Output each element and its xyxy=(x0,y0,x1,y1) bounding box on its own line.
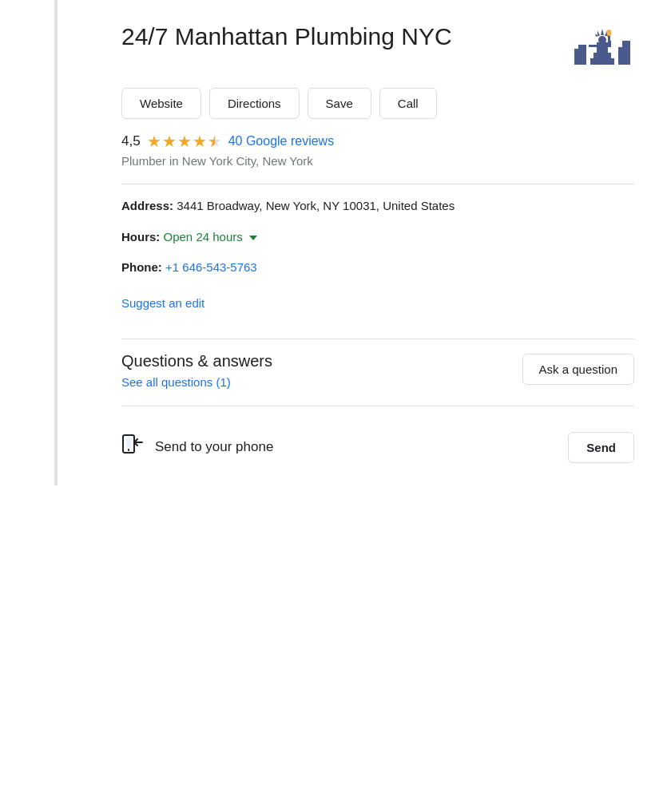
svg-marker-6 xyxy=(601,29,604,35)
send-to-phone-label: Send to your phone xyxy=(155,439,273,455)
address-value: 3441 Broadway, New York, NY 10031, Unite… xyxy=(177,199,455,212)
divider-1 xyxy=(121,184,634,184)
see-all-questions-link[interactable]: See all questions (1) xyxy=(121,375,231,389)
rating-row: 4,5 ★ ★ ★ ★ ★ ★ 40 Google reviews xyxy=(121,133,634,149)
business-card: 24/7 Manhattan Plumbing NYC xyxy=(54,0,663,485)
address-label: Address: xyxy=(121,199,173,212)
qa-section: Questions & answers See all questions (1… xyxy=(121,352,634,390)
category-text: Plumber in New York City, New York xyxy=(121,154,634,168)
directions-button[interactable]: Directions xyxy=(209,88,300,119)
svg-rect-16 xyxy=(622,41,630,65)
svg-rect-18 xyxy=(126,438,131,448)
phone-label: Phone: xyxy=(121,260,162,274)
header-row: 24/7 Manhattan Plumbing NYC xyxy=(121,22,634,70)
send-to-phone-icon xyxy=(121,434,144,461)
send-button[interactable]: Send xyxy=(568,432,634,463)
action-buttons: Website Directions Save Call xyxy=(121,88,634,119)
info-section: Address: 3441 Broadway, New York, NY 100… xyxy=(121,197,634,277)
star-1: ★ xyxy=(147,133,161,149)
divider-2 xyxy=(121,339,634,339)
svg-point-5 xyxy=(598,36,606,44)
star-4: ★ xyxy=(193,133,207,149)
divider-3 xyxy=(121,406,634,406)
svg-rect-1 xyxy=(594,53,611,59)
qa-left: Questions & answers See all questions (1… xyxy=(121,352,522,390)
reviews-link[interactable]: 40 Google reviews xyxy=(228,134,335,149)
star-2: ★ xyxy=(162,133,177,149)
svg-marker-7 xyxy=(597,30,600,36)
business-title: 24/7 Manhattan Plumbing NYC xyxy=(121,22,452,51)
send-section: Send to your phone Send xyxy=(121,419,634,463)
send-left: Send to your phone xyxy=(121,434,273,461)
suggest-edit-link[interactable]: Suggest an edit xyxy=(121,296,204,310)
svg-rect-2 xyxy=(597,42,608,53)
rating-number: 4,5 xyxy=(121,133,141,149)
hours-chevron-icon[interactable] xyxy=(249,236,257,240)
call-button[interactable]: Call xyxy=(379,88,437,119)
hours-label: Hours: xyxy=(121,230,160,244)
svg-rect-0 xyxy=(590,58,614,65)
stars-display: ★ ★ ★ ★ ★ ★ xyxy=(147,133,222,149)
star-half: ★ ★ xyxy=(208,133,222,149)
svg-rect-14 xyxy=(578,45,586,65)
business-logo xyxy=(570,22,634,70)
address-row: Address: 3441 Broadway, New York, NY 100… xyxy=(121,197,634,216)
hours-row: Hours: Open 24 hours xyxy=(121,228,634,247)
star-3: ★ xyxy=(177,133,192,149)
qa-title: Questions & answers xyxy=(121,352,522,370)
save-button[interactable]: Save xyxy=(308,88,371,119)
svg-rect-3 xyxy=(589,45,597,47)
phone-link[interactable]: +1 646-543-5763 xyxy=(165,260,257,274)
website-button[interactable]: Website xyxy=(121,88,201,119)
phone-row: Phone: +1 646-543-5763 xyxy=(121,259,634,277)
hours-value: Open 24 hours xyxy=(164,230,243,244)
ask-question-button[interactable]: Ask a question xyxy=(522,354,634,385)
svg-point-12 xyxy=(607,30,612,36)
logo-icon xyxy=(574,25,630,69)
